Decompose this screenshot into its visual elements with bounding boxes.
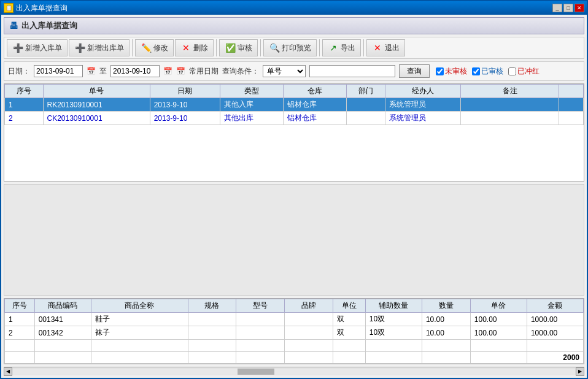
detail-col-seq: 序号 [5,299,35,313]
scrollbar-right-button[interactable]: ▶ [576,367,584,376]
detail-col-qty: 数量 [422,299,470,313]
preview-label: 打印预览 [282,43,311,53]
minimize-button[interactable]: _ [552,4,562,12]
common-date-label: 常用日期 [189,66,219,77]
calendar-to-icon[interactable]: 📅 [163,67,172,75]
date-to-input[interactable] [110,65,160,77]
new-in-label: 新增入库单 [25,43,62,53]
weishenhe-label: 未审核 [445,66,467,77]
condition-value-input[interactable] [309,65,395,77]
sep3 [260,39,261,56]
calendar-from-icon[interactable]: 📅 [87,67,96,75]
sep1 [132,39,133,56]
new-in-button[interactable]: ➕ 新增入库单 [7,39,68,56]
audit-button[interactable]: ✅ 审核 [219,39,258,56]
edit-label: 修改 [153,43,168,53]
detail-col-price: 单价 [470,299,527,313]
detail-table-row: 2001342袜子双10双10.00100.001000.00 [5,326,584,340]
new-out-label: 新增出库单 [87,43,124,53]
yishenhe-check-item: 已审核 [472,66,503,77]
query-button[interactable]: 查询 [399,64,430,78]
export-label: 导出 [341,43,355,53]
preview-button[interactable]: 🔍 打印预览 [263,39,317,56]
common-date-icon[interactable]: 📅 [176,67,185,75]
col-date: 日期 [150,85,220,98]
export-icon: ↗ [328,42,339,53]
col-remark: 备注 [461,85,559,98]
chonghong-label: 已冲红 [517,66,540,77]
detail-total-row: 2000 [5,352,584,364]
date-separator: 至 [99,66,107,77]
detail-table-row: 1001341鞋子双10双10.00100.001000.00 [5,313,584,326]
filter-bar: 日期： 📅 至 📅 📅 常用日期 查询条件： 单号 商品 供应商 查询 未审核 [4,61,584,81]
table-row[interactable]: 2CK201309100012013-9-10其他出库铝材仓库系统管理员 [5,112,584,125]
col-warehouse: 仓库 [284,85,347,98]
audit-label: 审核 [238,43,252,53]
chonghong-check-item: 已冲红 [508,66,540,77]
date-label: 日期： [8,66,30,77]
table-row[interactable]: 1RK201309100012013-9-10其他入库铝材仓库系统管理员 [5,98,584,112]
scrollbar-thumb[interactable] [238,369,274,375]
section-icon: 🖶 [9,21,18,31]
chonghong-checkbox[interactable] [508,67,516,75]
exit-icon: ✕ [372,42,383,53]
empty-area [4,184,584,296]
new-out-icon: ➕ [74,42,85,53]
detail-table-header: 序号 商品编码 商品全称 规格 型号 品牌 单位 辅助数量 数量 单价 金额 [5,299,584,313]
detail-table-area: 序号 商品编码 商品全称 规格 型号 品牌 单位 辅助数量 数量 单价 金额 1… [4,298,584,364]
detail-col-brand: 品牌 [285,299,333,313]
detail-empty-row [5,340,584,352]
main-table-area: 序号 单号 日期 类型 仓库 部门 经办人 备注 1RK201309100012… [4,83,584,182]
detail-col-aux-qty: 辅助数量 [365,299,422,313]
main-table: 序号 单号 日期 类型 仓库 部门 经办人 备注 1RK201309100012… [4,84,584,125]
content-area: 🖶 出入库单据查询 ➕ 新增入库单 ➕ 新增出库单 ✏️ 修改 ✕ 删除 [1,15,587,378]
maximize-button[interactable]: □ [563,4,573,12]
edit-button[interactable]: ✏️ 修改 [135,39,174,56]
detail-table: 序号 商品编码 商品全称 规格 型号 品牌 单位 辅助数量 数量 单价 金额 1… [4,299,584,364]
check-group: 未审核 已审核 已冲红 [436,66,540,77]
sep4 [319,39,320,56]
detail-col-spec: 规格 [188,299,236,313]
scrollbar-area: ◀ ▶ [4,367,584,375]
date-from-input[interactable] [34,65,83,77]
exit-button[interactable]: ✕ 退出 [366,39,405,56]
sep5 [363,39,364,56]
col-dept: 部门 [347,85,385,98]
exit-label: 退出 [385,43,400,53]
condition-select[interactable]: 单号 商品 供应商 [263,65,306,77]
section-title: 出入库单据查询 [21,20,77,31]
window-icon: 📋 [4,3,14,13]
audit-icon: ✅ [225,42,236,53]
section-header: 🖶 出入库单据查询 [4,17,584,34]
scrollbar-left-button[interactable]: ◀ [4,367,12,376]
close-button[interactable]: ✕ [574,4,584,12]
delete-button[interactable]: ✕ 删除 [175,39,214,56]
detail-col-amount: 金额 [527,299,583,313]
col-handler: 经办人 [385,85,460,98]
col-type: 类型 [220,85,284,98]
title-bar-left: 📋 出入库单据查询 [4,3,68,13]
detail-col-name: 商品全称 [91,299,188,313]
delete-icon: ✕ [180,42,191,53]
toolbar: ➕ 新增入库单 ➕ 新增出库单 ✏️ 修改 ✕ 删除 ✅ 审核 [4,37,584,59]
main-window: 📋 出入库单据查询 _ □ ✕ 🖶 出入库单据查询 ➕ 新增入库单 ➕ 新增出库… [0,0,588,379]
col-number: 单号 [43,85,150,98]
detail-col-unit: 单位 [333,299,366,313]
edit-icon: ✏️ [141,42,152,53]
weishenhe-checkbox[interactable] [436,67,444,75]
export-button[interactable]: ↗ 导出 [322,39,361,56]
title-bar: 📋 出入库单据查询 _ □ ✕ [1,1,587,15]
delete-label: 删除 [193,43,208,53]
detail-col-code: 商品编码 [34,299,91,313]
main-table-header: 序号 单号 日期 类型 仓库 部门 经办人 备注 [5,85,584,98]
condition-label: 查询条件： [222,66,259,77]
sep2 [216,39,217,56]
new-in-icon: ➕ [12,42,23,53]
title-buttons: _ □ ✕ [552,4,584,12]
window-title: 出入库单据查询 [16,3,68,13]
preview-icon: 🔍 [269,42,280,53]
yishenhe-label: 已审核 [481,66,503,77]
new-out-button[interactable]: ➕ 新增出库单 [69,39,130,56]
col-seq: 序号 [5,85,44,98]
yishenhe-checkbox[interactable] [472,67,480,75]
